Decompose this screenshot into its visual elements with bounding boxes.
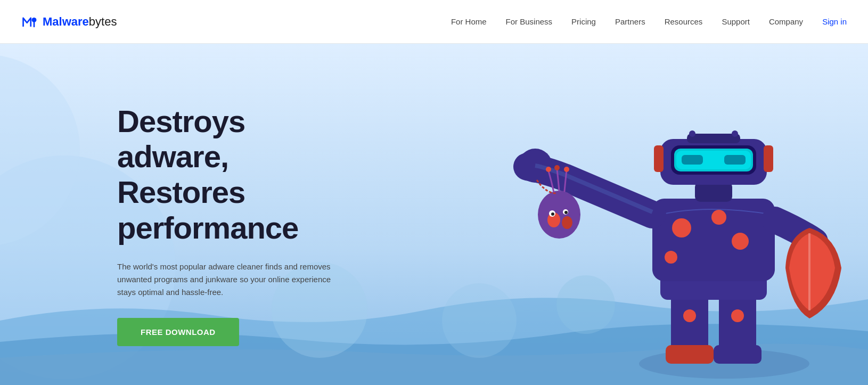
- hero-subtitle: The world's most popular adware cleaner …: [117, 260, 341, 299]
- logo-link[interactable]: Malwarebytes: [21, 13, 117, 30]
- svg-point-20: [665, 251, 677, 264]
- nav-company[interactable]: Company: [769, 17, 803, 26]
- nav-for-home[interactable]: For Home: [451, 17, 487, 26]
- hero-title: Destroys adware, Restores performance: [117, 104, 362, 246]
- svg-point-22: [538, 191, 580, 239]
- svg-point-13: [683, 309, 696, 322]
- nav-resources[interactable]: Resources: [665, 17, 703, 26]
- site-header: Malwarebytes For Home For Business Prici…: [0, 0, 868, 44]
- main-nav: For Home For Business Pricing Partners R…: [451, 17, 847, 26]
- svg-point-31: [564, 167, 569, 172]
- svg-rect-40: [764, 145, 773, 172]
- svg-point-30: [554, 165, 560, 170]
- nav-pricing[interactable]: Pricing: [571, 17, 596, 26]
- free-download-button[interactable]: FREE DOWNLOAD: [117, 318, 239, 346]
- svg-point-27: [551, 212, 554, 216]
- svg-point-14: [731, 309, 744, 322]
- svg-point-28: [564, 211, 568, 214]
- svg-point-17: [672, 218, 691, 237]
- robot-svg: 1 0 1 0 1 0 1 0: [495, 76, 868, 385]
- svg-rect-38: [724, 155, 746, 165]
- svg-point-43: [732, 130, 738, 137]
- nav-partners[interactable]: Partners: [615, 17, 645, 26]
- svg-point-42: [689, 130, 695, 137]
- svg-point-24: [562, 216, 572, 229]
- hero-section: Destroys adware, Restores performance Th…: [0, 44, 868, 385]
- nav-sign-in[interactable]: Sign in: [822, 17, 847, 26]
- nav-support[interactable]: Support: [722, 17, 750, 26]
- hero-content: Destroys adware, Restores performance Th…: [0, 83, 362, 347]
- svg-point-19: [732, 233, 749, 250]
- svg-rect-16: [652, 199, 775, 281]
- svg-rect-11: [666, 345, 714, 364]
- logo-text: Malwarebytes: [43, 15, 117, 29]
- svg-rect-12: [714, 345, 761, 364]
- logo-icon: [21, 13, 38, 30]
- svg-rect-37: [682, 155, 703, 165]
- hero-illustration: 1 0 1 0 1 0 1 0: [495, 76, 868, 385]
- svg-point-29: [546, 167, 551, 172]
- svg-point-18: [711, 210, 726, 225]
- svg-rect-39: [654, 145, 664, 172]
- nav-for-business[interactable]: For Business: [506, 17, 553, 26]
